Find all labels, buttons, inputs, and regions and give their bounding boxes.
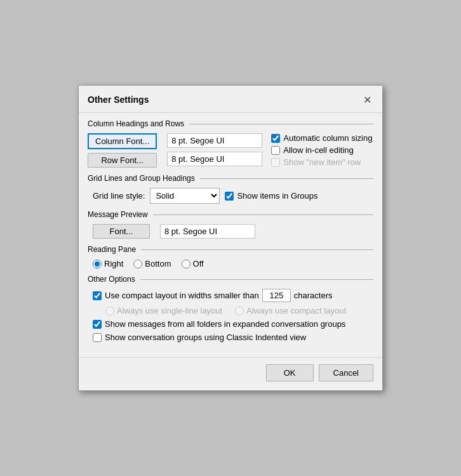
dialog-body: Column Headings and Rows Column Font... … [79,113,382,357]
allow-in-cell-row[interactable]: Allow in-cell editing [271,145,372,155]
message-preview-font-button[interactable]: Font... [93,224,150,239]
col-fonts-group: 8 pt. Segoe UI 8 pt. Segoe UI [162,133,262,166]
reading-pane-bottom-label: Bottom [145,259,171,268]
show-classic-label: Show conversation groups using Classic I… [105,333,306,342]
reading-pane-right-option[interactable]: Right [93,259,123,268]
always-single-line-option[interactable]: Always use single-line layout [105,306,222,315]
column-headings-header: Column Headings and Rows [88,119,373,128]
always-compact-label: Always use compact layout [246,306,346,315]
always-compact-radio[interactable] [235,307,244,315]
message-preview-divider [153,215,373,215]
allow-in-cell-checkbox[interactable] [271,146,280,155]
close-button[interactable]: ✕ [359,92,375,107]
grid-lines-header: Grid Lines and Group Headings [88,174,373,183]
other-options-title: Other Options [88,275,135,284]
reading-pane-title: Reading Pane [88,245,136,254]
column-font-button[interactable]: Column Font... [88,133,157,149]
other-options-body: Use compact layout in widths smaller tha… [88,289,373,342]
reading-pane-bottom-radio[interactable] [133,260,142,268]
reading-pane-header: Reading Pane [88,245,373,254]
row-font-button[interactable]: Row Font... [88,153,157,168]
reading-pane-divider [141,249,373,250]
title-bar: Other Settings ✕ [79,86,382,113]
show-all-folders-label: Show messages from all folders in expand… [105,319,345,329]
show-new-item-label: Show "new item" row [283,157,361,167]
column-headings-content: Column Font... Row Font... 8 pt. Segoe U… [88,133,373,168]
auto-col-sizing-row[interactable]: Automatic column sizing [271,133,372,143]
show-items-in-groups-checkbox[interactable] [225,192,234,201]
compact-layout-suffix: characters [294,291,333,300]
always-single-line-label: Always use single-line layout [117,306,222,315]
show-items-in-groups-label: Show items in Groups [237,191,317,201]
dialog-title: Other Settings [88,95,149,105]
reading-pane-off-radio[interactable] [182,260,190,268]
column-font-display: 8 pt. Segoe UI [167,133,262,148]
grid-line-style-label: Grid line style: [93,191,145,201]
message-preview-title: Message Preview [88,210,148,219]
column-headings-section: Column Headings and Rows Column Font... … [88,119,373,168]
reading-pane-right-label: Right [104,259,123,268]
reading-pane-off-option[interactable]: Off [182,259,204,268]
compact-layout-checkbox[interactable] [93,291,102,300]
auto-col-sizing-label: Automatic column sizing [283,133,372,143]
reading-pane-off-label: Off [193,259,204,268]
grid-line-row: Grid line style: Solid No grid lines Lar… [88,188,373,204]
other-options-divider [140,279,373,280]
col-buttons-group: Column Font... Row Font... [88,133,157,168]
other-settings-dialog: Other Settings ✕ Column Headings and Row… [78,85,383,391]
dialog-footer: OK Cancel [79,357,382,390]
show-all-folders-row[interactable]: Show messages from all folders in expand… [93,319,373,329]
compact-layout-row[interactable]: Use compact layout in widths smaller tha… [93,289,373,302]
row-font-display: 8 pt. Segoe UI [167,152,262,166]
show-classic-row[interactable]: Show conversation groups using Classic I… [93,333,373,342]
allow-in-cell-label: Allow in-cell editing [283,145,354,155]
message-preview-section: Message Preview Font... 8 pt. Segoe UI [88,210,373,239]
always-compact-option[interactable]: Always use compact layout [235,306,346,315]
grid-lines-divider [200,178,373,179]
show-classic-checkbox[interactable] [93,333,102,342]
grid-lines-section: Grid Lines and Group Headings Grid line … [88,174,373,204]
show-all-folders-checkbox[interactable] [93,320,102,329]
grid-line-style-select[interactable]: Solid No grid lines Large grid Small gri… [150,188,220,204]
message-preview-row: Font... 8 pt. Segoe UI [88,224,373,239]
cancel-button[interactable]: Cancel [319,364,373,381]
show-new-item-row[interactable]: Show "new item" row [271,157,372,167]
reading-pane-options: Right Bottom Off [88,259,373,268]
message-preview-header: Message Preview [88,210,373,219]
reading-pane-bottom-option[interactable]: Bottom [133,259,171,268]
column-headings-divider [189,124,373,124]
grid-lines-title: Grid Lines and Group Headings [88,174,195,183]
ok-button[interactable]: OK [266,364,314,381]
other-options-section: Other Options Use compact layout in widt… [88,275,373,342]
auto-col-sizing-checkbox[interactable] [271,134,280,143]
message-preview-font-display: 8 pt. Segoe UI [160,224,255,239]
always-single-line-radio[interactable] [105,307,114,315]
reading-pane-section: Reading Pane Right Bottom Off [88,245,373,268]
compact-layout-value-input[interactable] [262,289,291,302]
column-headings-title: Column Headings and Rows [88,119,184,128]
sub-radio-row: Always use single-line layout Always use… [93,306,373,315]
other-options-header: Other Options [88,275,373,284]
show-items-in-groups-row[interactable]: Show items in Groups [225,191,317,201]
reading-pane-right-radio[interactable] [93,260,102,268]
compact-layout-label: Use compact layout in widths smaller tha… [105,291,259,300]
col-checks-group: Automatic column sizing Allow in-cell ed… [271,133,372,167]
show-new-item-checkbox[interactable] [271,158,280,167]
